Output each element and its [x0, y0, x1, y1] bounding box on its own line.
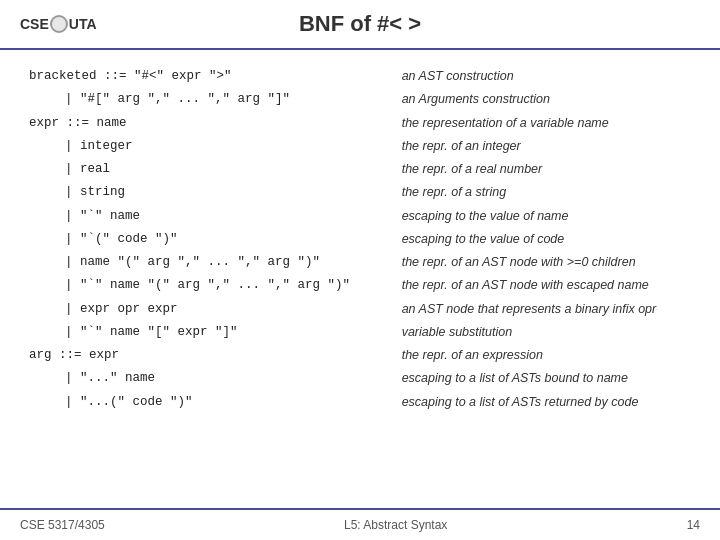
- bnf-row: | stringthe repr. of a string: [25, 181, 695, 204]
- bnf-row: | name "(" arg "," ... "," arg ")"the re…: [25, 251, 695, 274]
- bnf-code-cell: | "#[" arg "," ... "," arg "]": [25, 88, 398, 111]
- bnf-row: | integerthe repr. of an integer: [25, 135, 695, 158]
- bnf-desc-cell: an AST node that represents a binary inf…: [398, 298, 695, 321]
- bnf-code-cell: | expr opr expr: [25, 298, 398, 321]
- bnf-row: | "`" name "(" arg "," ... "," arg ")"th…: [25, 274, 695, 297]
- course-label: CSE 5317/4305: [20, 518, 105, 532]
- bnf-code-cell: expr ::= name: [25, 112, 398, 135]
- bnf-row: bracketed ::= "#<" expr ">"an AST constr…: [25, 65, 695, 88]
- bnf-desc-cell: the repr. of a real number: [398, 158, 695, 181]
- bnf-code-cell: | "`" name "(" arg "," ... "," arg ")": [25, 274, 398, 297]
- bnf-code-cell: | string: [25, 181, 398, 204]
- lecture-label: L5: Abstract Syntax: [344, 518, 447, 532]
- page-number: 14: [687, 518, 700, 532]
- bnf-code-cell: bracketed ::= "#<" expr ">": [25, 65, 398, 88]
- bnf-desc-cell: the repr. of an expression: [398, 344, 695, 367]
- bnf-desc-cell: an AST construction: [398, 65, 695, 88]
- bnf-code-cell: | "`(" code ")": [25, 228, 398, 251]
- bnf-code-cell: | "`" name "[" expr "]": [25, 321, 398, 344]
- bnf-code-cell: | "..." name: [25, 367, 398, 390]
- bnf-desc-cell: the repr. of an integer: [398, 135, 695, 158]
- bnf-row: | "`(" code ")"escaping to the value of …: [25, 228, 695, 251]
- bnf-desc-cell: escaping to a list of ASTs bound to name: [398, 367, 695, 390]
- bnf-code-cell: arg ::= expr: [25, 344, 398, 367]
- bnf-desc-cell: escaping to the value of name: [398, 205, 695, 228]
- footer: CSE 5317/4305 L5: Abstract Syntax 14: [0, 508, 720, 540]
- header: CSE UTA BNF of #< >: [0, 0, 720, 50]
- bnf-desc-cell: escaping to a list of ASTs returned by c…: [398, 391, 695, 414]
- bnf-desc-cell: variable substitution: [398, 321, 695, 344]
- bnf-code-cell: | "...(" code ")": [25, 391, 398, 414]
- bnf-row: arg ::= exprthe repr. of an expression: [25, 344, 695, 367]
- main-content: bracketed ::= "#<" expr ">"an AST constr…: [0, 50, 720, 424]
- page-title: BNF of #< >: [299, 11, 421, 37]
- bnf-row: | expr opr expran AST node that represen…: [25, 298, 695, 321]
- bnf-desc-cell: an Arguments construction: [398, 88, 695, 111]
- bnf-row: | "..." nameescaping to a list of ASTs b…: [25, 367, 695, 390]
- logo: CSE UTA: [20, 15, 97, 33]
- bnf-desc-cell: the repr. of an AST node with >=0 childr…: [398, 251, 695, 274]
- bnf-row: | "`" name "[" expr "]"variable substitu…: [25, 321, 695, 344]
- bnf-desc-cell: the repr. of an AST node with escaped na…: [398, 274, 695, 297]
- bnf-row: | realthe repr. of a real number: [25, 158, 695, 181]
- bnf-code-cell: | "`" name: [25, 205, 398, 228]
- logo-circle: [50, 15, 68, 33]
- bnf-code-cell: | name "(" arg "," ... "," arg ")": [25, 251, 398, 274]
- bnf-row: | "#[" arg "," ... "," arg "]"an Argumen…: [25, 88, 695, 111]
- logo-cse-text: CSE: [20, 16, 49, 32]
- bnf-row: | "`" nameescaping to the value of name: [25, 205, 695, 228]
- bnf-desc-cell: the repr. of a string: [398, 181, 695, 204]
- bnf-code-cell: | integer: [25, 135, 398, 158]
- bnf-desc-cell: the representation of a variable name: [398, 112, 695, 135]
- bnf-row: | "...(" code ")"escaping to a list of A…: [25, 391, 695, 414]
- bnf-desc-cell: escaping to the value of code: [398, 228, 695, 251]
- bnf-code-cell: | real: [25, 158, 398, 181]
- logo-uta-text: UTA: [69, 16, 97, 32]
- bnf-table: bracketed ::= "#<" expr ">"an AST constr…: [25, 65, 695, 414]
- bnf-row: expr ::= namethe representation of a var…: [25, 112, 695, 135]
